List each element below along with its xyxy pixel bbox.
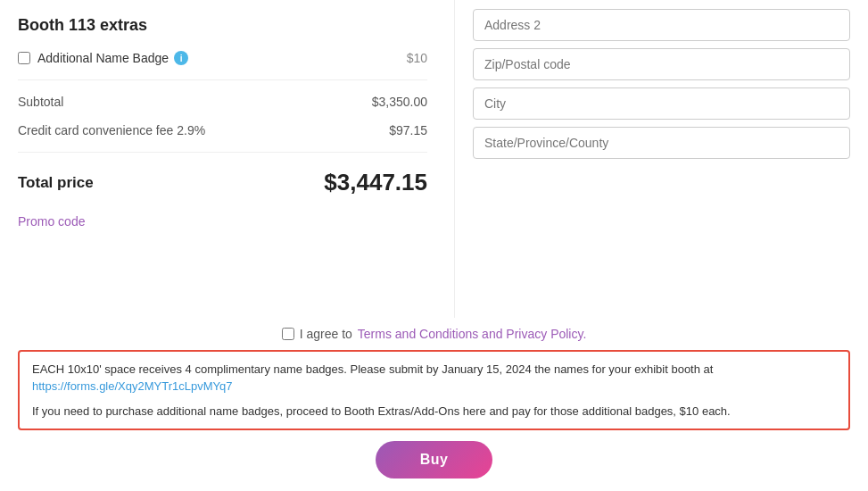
addon-row: Additional Name Badge i $10 [18,51,427,65]
fee-row: Credit card convenience fee 2.9% $97.15 [18,116,427,145]
promo-code-link[interactable]: Promo code [18,214,85,229]
address2-input[interactable] [473,9,850,41]
addon-label: Additional Name Badge i [37,51,407,65]
addon-label-text: Additional Name Badge [37,51,169,65]
agree-text: I agree to [300,327,352,341]
divider-1 [18,79,427,80]
city-input[interactable] [473,87,850,120]
state-input[interactable] [473,127,850,159]
fee-label: Credit card convenience fee 2.9% [18,123,205,137]
total-value: $3,447.15 [324,169,427,196]
notice-text-1: EACH 10x10' space receives 4 complimenta… [32,362,713,376]
notice-box: EACH 10x10' space receives 4 complimenta… [18,350,850,431]
info-icon[interactable]: i [174,51,188,65]
terms-link[interactable]: Terms and Conditions and Privacy Policy. [358,327,587,341]
total-label: Total price [18,174,94,192]
fee-value: $97.15 [389,123,427,137]
buy-btn-container: Buy [18,441,850,479]
page-title: Booth 113 extras [18,16,427,35]
notice-text-2: If you need to purchase additional name … [32,403,836,420]
notice-link[interactable]: https://forms.gle/Xqy2MYTr1cLpvMYq7 [32,379,232,393]
total-row: Total price $3,447.15 [18,160,427,205]
subtotal-value: $3,350.00 [372,95,427,109]
divider-2 [18,152,427,153]
agree-row: I agree to Terms and Conditions and Priv… [18,327,850,341]
addon-checkbox[interactable] [18,52,30,64]
buy-button[interactable]: Buy [376,441,493,479]
zip-input[interactable] [473,48,850,80]
bottom-section: I agree to Terms and Conditions and Priv… [0,318,868,492]
subtotal-label: Subtotal [18,95,63,109]
addon-price: $10 [407,51,427,65]
agree-checkbox[interactable] [282,328,294,340]
subtotal-row: Subtotal $3,350.00 [18,87,427,116]
